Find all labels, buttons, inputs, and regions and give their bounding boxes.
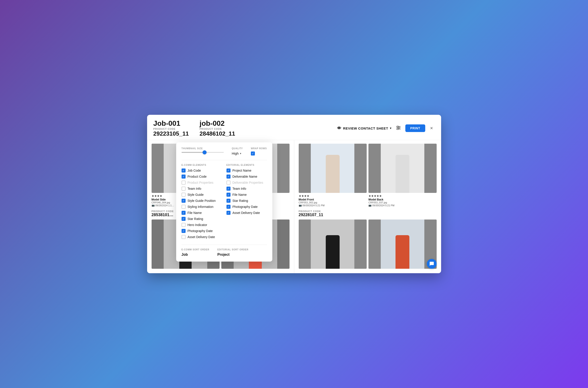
elements-row: E-COMM ELEMENTS ✓ Job Code ✓ Product Cod… [181, 164, 267, 241]
star-rating-editorial-checkbox[interactable]: ✓ [226, 199, 230, 203]
product-properties-checkbox[interactable] [181, 181, 185, 185]
image-placeholder [368, 219, 437, 269]
product-properties-label: Product Properties [188, 181, 213, 184]
list-item: Styling Information [181, 205, 222, 209]
file-name-editorial-checkbox[interactable]: ✓ [226, 193, 230, 197]
list-item: ✓ Team Info [226, 187, 267, 191]
project-name-label: Project Name [232, 169, 251, 172]
settings-popup: THUMBNAIL SIZE QUALITY High ▾ WRAP ROWS [176, 142, 272, 262]
list-item: ✓ Photography Date [226, 205, 267, 209]
job2-second-code-label: PRODUCT CODE [299, 210, 437, 213]
ecomm-elements-title: E-COMM ELEMENTS [181, 164, 222, 166]
wrap-rows-checkbox[interactable]: ✓ [251, 151, 255, 155]
quality-section: QUALITY High ▾ [232, 147, 243, 155]
popup-bottom: E-COMM SORT ORDER Job EDITORIAL SORT ORD… [181, 244, 267, 257]
table-row [299, 219, 367, 269]
table-row: ★★★★ Model Front CRF053_002.jpg 📷 09/30/… [299, 144, 367, 207]
print-button[interactable]: PRINT [405, 124, 425, 132]
quality-label: QUALITY [232, 147, 243, 150]
job1-title: Job-001 [153, 119, 189, 127]
photography-date-ecomm-checkbox[interactable]: ✓ [181, 229, 185, 233]
job2-images-grid: ★★★★ Model Front CRF053_002.jpg 📷 09/30/… [299, 144, 437, 207]
photography-date-editorial-checkbox[interactable]: ✓ [226, 205, 230, 209]
camera-icon: 📷 [152, 204, 155, 207]
job2-product-code: 28486102_11 [200, 130, 235, 137]
list-item: ✓ Deliverable Name [226, 174, 267, 179]
file-name-ecomm-label: File Name [188, 211, 202, 215]
image-meta: ★★★★ Model Front CRF053_002.jpg 📷 09/30/… [299, 194, 367, 207]
hero-indicator-label: Hero Indicator [188, 223, 207, 227]
image-label: Model Back [368, 198, 437, 201]
list-item: ✓ Star Rating [181, 217, 222, 221]
styling-info-label: Styling Information [188, 205, 213, 209]
thumbnail-size-slider[interactable] [181, 152, 224, 153]
list-item: Asset Delivery Date [181, 235, 222, 239]
asset-delivery-date-editorial-checkbox[interactable]: ✓ [226, 211, 230, 215]
job2-product-code-label: PRODUCT CODE [200, 127, 235, 130]
slider-thumb[interactable] [203, 150, 206, 154]
photography-date-editorial-label: Photography Date [232, 205, 258, 209]
team-info-ecomm-label: Team Info [188, 187, 201, 191]
ecomm-sort-label: E-COMM SORT ORDER [181, 248, 209, 251]
modal-header: Job-001 PRODUCT CODE 29223105_11 job-002… [147, 115, 441, 140]
job1-header: Job-001 PRODUCT CODE 29223105_11 [153, 119, 189, 137]
image-placeholder [368, 144, 437, 193]
styling-info-checkbox[interactable] [181, 205, 185, 209]
star-rating-ecomm-checkbox[interactable]: ✓ [181, 217, 185, 221]
asset-delivery-date-ecomm-checkbox[interactable] [181, 235, 185, 239]
team-info-ecomm-checkbox[interactable] [181, 187, 185, 191]
list-item: ✓ Project Name [226, 169, 267, 172]
star-rating-editorial-label: Star Rating [232, 199, 248, 202]
svg-point-4 [398, 127, 400, 128]
image-filename: CRF053_002.jpg [299, 201, 367, 204]
wrap-rows-section: WRAP ROWS ✓ [251, 147, 267, 155]
main-modal: Job-001 PRODUCT CODE 29223105_11 job-002… [147, 115, 441, 273]
style-guide-position-checkbox[interactable]: ✓ [181, 199, 185, 203]
job2-second-product: PRODUCT CODE 29228107_11 [299, 210, 437, 217]
list-item: Hero Indicator [181, 223, 222, 227]
filter-button[interactable] [395, 124, 402, 132]
job1-product-code: 29223105_11 [153, 130, 189, 137]
close-button[interactable]: × [428, 124, 435, 132]
chat-bubble-button[interactable] [427, 259, 437, 269]
list-item: Product Properties [181, 181, 222, 185]
star-rating: ★★★★★ [368, 194, 437, 197]
image-filename: CRF053_037.jpg [368, 201, 437, 204]
eye-icon: 👁 [337, 126, 341, 131]
review-contact-label: REVIEW CONTACT SHEET [343, 126, 388, 130]
style-guide-position-label: Style Guide Position [188, 199, 216, 202]
hero-indicator-checkbox[interactable] [181, 223, 185, 227]
slider-fill [181, 152, 205, 153]
product-code-checkbox[interactable]: ✓ [181, 174, 185, 179]
review-contact-button[interactable]: 👁 REVIEW CONTACT SHEET ▾ [337, 126, 391, 131]
ecomm-sort-section: E-COMM SORT ORDER Job [181, 248, 209, 257]
job2-section: ★★★★ Model Front CRF053_002.jpg 📷 09/30/… [294, 140, 441, 273]
list-item: ✓ Style Guide Position [181, 199, 222, 203]
star-rating-ecomm-label: Star Rating [188, 217, 203, 221]
list-item: ✓ Photography Date [181, 229, 222, 233]
asset-delivery-date-ecomm-label: Asset Delivery Date [188, 235, 215, 239]
style-guide-checkbox[interactable] [181, 193, 185, 197]
ecomm-sort-value: Job [181, 253, 209, 257]
photography-date-ecomm-label: Photography Date [188, 229, 213, 233]
camera-icon: 📷 [368, 204, 372, 207]
team-info-editorial-checkbox[interactable]: ✓ [226, 187, 230, 191]
chevron-down-icon: ▾ [240, 152, 241, 155]
header-left: Job-001 PRODUCT CODE 29223105_11 job-002… [153, 119, 235, 137]
content-area: ★★★★ Model Side CRF048_004.jpg 📷 09/26/2… [147, 140, 441, 273]
job2-title: job-002 [200, 119, 235, 127]
thumb-size-label: THUMBNAIL SIZE [181, 147, 224, 150]
deliverable-properties-checkbox[interactable] [226, 181, 230, 185]
file-name-ecomm-checkbox[interactable]: ✓ [181, 211, 185, 215]
project-name-checkbox[interactable]: ✓ [226, 169, 230, 172]
quality-dropdown[interactable]: High ▾ [232, 151, 242, 155]
thumbnail-size-section: THUMBNAIL SIZE [181, 147, 224, 153]
image-placeholder [299, 219, 367, 269]
deliverable-name-checkbox[interactable]: ✓ [226, 174, 230, 179]
job2-second-code: 29228107_11 [299, 213, 437, 217]
product-code-label: Product Code [188, 175, 207, 178]
job-code-checkbox[interactable]: ✓ [181, 169, 185, 172]
popup-top-row: THUMBNAIL SIZE QUALITY High ▾ WRAP ROWS [181, 147, 267, 155]
job2-images-grid-2 [299, 219, 437, 269]
list-item: ✓ Star Rating [226, 199, 267, 203]
